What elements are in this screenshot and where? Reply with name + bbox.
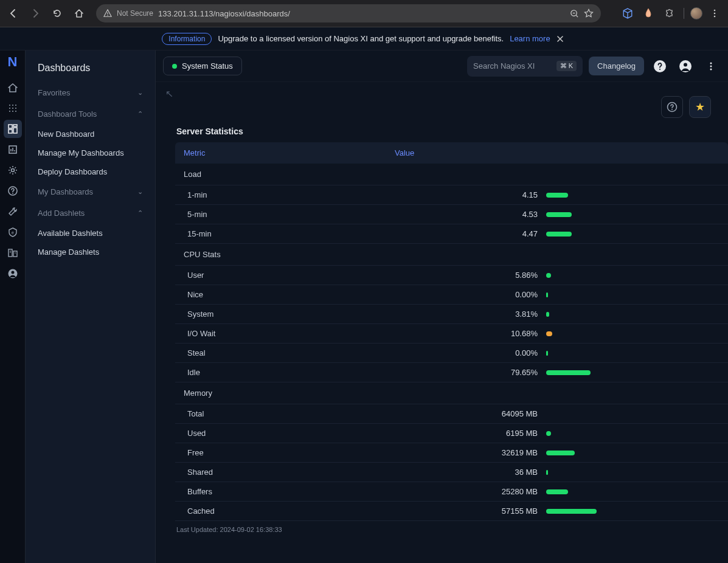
sidebar-item[interactable]: Deploy Dashboards	[26, 162, 155, 181]
rail-enterprise-icon[interactable]: e	[4, 223, 22, 241]
svg-point-37	[659, 68, 660, 69]
extension-dropper-icon[interactable]	[640, 5, 657, 22]
rail-admin-icon[interactable]	[4, 244, 22, 262]
browser-reload-button[interactable]	[49, 5, 66, 22]
rail-home-icon[interactable]	[4, 78, 22, 97]
svg-line-3	[576, 15, 578, 17]
metric-value: 5.86%	[370, 271, 546, 280]
sidebar-item[interactable]: New Dashboard	[26, 125, 155, 143]
sidebar-group-header[interactable]: Favorites⌄	[26, 82, 155, 103]
svg-rect-20	[9, 130, 12, 133]
table-section-header: Memory	[175, 382, 728, 404]
svg-point-39	[684, 63, 687, 66]
sidebar-item[interactable]: Available Dashlets	[26, 224, 155, 243]
table-row: Cached57155 MB	[175, 502, 728, 521]
dashlet-help-button[interactable]	[661, 96, 683, 118]
svg-point-16	[15, 111, 16, 112]
progress-bar	[546, 509, 597, 514]
metric-name: Steal	[187, 348, 370, 357]
svg-point-6	[714, 13, 716, 15]
rail-configure-icon[interactable]	[4, 161, 22, 179]
svg-point-25	[11, 169, 14, 172]
tab-system-status[interactable]: System Status	[163, 57, 242, 75]
metric-name: User	[187, 271, 370, 280]
app-logo-icon[interactable]: N	[5, 54, 21, 70]
changelog-button[interactable]: Changelog	[589, 57, 644, 75]
banner-learn-more-link[interactable]: Learn more	[510, 34, 550, 43]
banner-text: Upgrade to a licensed version of Nagios …	[218, 34, 504, 43]
sidebar-group-header[interactable]: Add Dashlets⌃	[26, 202, 155, 224]
table-row: 5-min4.53	[175, 205, 728, 224]
progress-bar	[546, 312, 549, 317]
metric-value: 79.65%	[370, 368, 546, 377]
rail-views-icon[interactable]	[4, 99, 22, 117]
svg-point-10	[15, 105, 16, 106]
svg-point-12	[12, 108, 13, 109]
expand-corner-icon[interactable]: ↖	[163, 88, 174, 100]
favorite-star-button[interactable]: ★	[689, 96, 711, 118]
svg-point-14	[9, 111, 10, 112]
metric-value: 3.81%	[370, 309, 546, 319]
progress-bar	[546, 193, 568, 198]
topbar-account-icon[interactable]	[676, 57, 695, 76]
nav-rail: N e	[0, 50, 26, 563]
metric-value: 4.53	[370, 210, 546, 219]
chevron-up-icon: ⌃	[137, 209, 143, 217]
rail-reports-icon[interactable]	[4, 140, 22, 159]
svg-point-9	[12, 105, 13, 106]
col-metric[interactable]: Metric	[184, 148, 395, 157]
table-row: Nice0.00%	[175, 285, 728, 305]
topbar-more-icon[interactable]	[701, 57, 721, 76]
metric-value: 64095 MB	[370, 409, 546, 418]
not-secure-warning-icon	[103, 9, 112, 18]
sidebar-item[interactable]: Manage Dashlets	[26, 243, 155, 261]
table-row: Free32619 MB	[175, 443, 728, 463]
metric-value: 36 MB	[370, 468, 546, 477]
chrome-separator	[684, 8, 684, 19]
svg-point-35	[11, 271, 14, 274]
table-row: System3.81%	[175, 305, 728, 324]
rail-tools-icon[interactable]	[4, 202, 22, 221]
chrome-menu-button[interactable]	[706, 5, 723, 22]
rail-account-icon[interactable]	[4, 264, 22, 283]
metric-name: Buffers	[187, 487, 370, 496]
chevron-down-icon: ⌄	[137, 188, 143, 196]
browser-address-bar[interactable]: Not Secure 133.201.31.113/nagiosxi/dashb…	[96, 4, 601, 22]
topbar-help-icon[interactable]	[650, 57, 670, 76]
svg-point-44	[671, 109, 673, 110]
extensions-puzzle-icon[interactable]	[660, 5, 678, 22]
metric-name: Used	[187, 429, 370, 438]
svg-point-5	[714, 10, 716, 12]
col-value[interactable]: Value	[395, 148, 719, 157]
sidebar-group-label: Favorites	[38, 88, 70, 97]
sidebar-group-header[interactable]: My Dashboards⌄	[26, 181, 155, 202]
svg-point-41	[710, 65, 712, 67]
status-dot-icon	[172, 64, 177, 69]
search-input[interactable]: Search Nagios XI ⌘ K	[467, 56, 583, 77]
sidebar-item[interactable]: Manage My Dashboards	[26, 143, 155, 162]
rail-dashboards-icon[interactable]	[4, 120, 22, 138]
table-row: Shared36 MB	[175, 463, 728, 482]
extension-cube-icon[interactable]	[619, 5, 636, 22]
progress-bar	[546, 292, 548, 297]
zoom-indicator-icon[interactable]	[570, 9, 579, 18]
metric-name: Shared	[187, 468, 370, 477]
browser-home-button[interactable]	[71, 5, 88, 22]
metric-value: 0.00%	[370, 290, 546, 299]
address-security-label: Not Secure	[117, 9, 153, 18]
svg-point-7	[714, 16, 716, 18]
browser-forward-button[interactable]	[27, 5, 44, 22]
bookmark-star-icon[interactable]	[584, 9, 594, 18]
table-row: Steal0.00%	[175, 344, 728, 363]
svg-point-40	[710, 62, 712, 64]
chrome-profile-avatar[interactable]	[690, 7, 702, 19]
banner-close-button[interactable]	[556, 35, 566, 43]
svg-rect-19	[13, 128, 17, 133]
rail-help-icon[interactable]	[4, 182, 22, 200]
license-info-banner: Information Upgrade to a licensed versio…	[0, 27, 728, 50]
metric-value: 25280 MB	[370, 487, 546, 496]
sidebar-group-header[interactable]: Dashboard Tools⌃	[26, 103, 155, 125]
browser-back-button[interactable]	[5, 5, 22, 22]
table-row: Buffers25280 MB	[175, 482, 728, 502]
metric-value: 32619 MB	[370, 448, 546, 457]
